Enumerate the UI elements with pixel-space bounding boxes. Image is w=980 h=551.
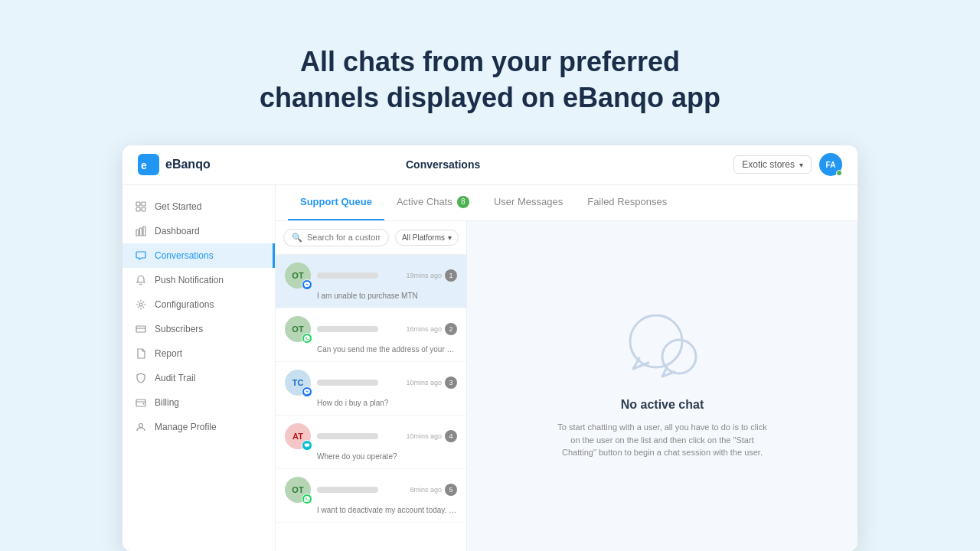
chat-list: 🔍 All Platforms ▾ OT: [276, 221, 467, 551]
tab-failed-responses[interactable]: Failed Responses: [575, 185, 679, 220]
chat-message: Can you send me the address of your offi…: [285, 345, 457, 354]
sidebar-item-audit-trail[interactable]: Audit Trail: [122, 366, 275, 390]
sidebar-item-dashboard[interactable]: Dashboard: [122, 219, 275, 243]
wallet-icon: [135, 396, 147, 409]
content-area: 🔍 All Platforms ▾ OT: [276, 221, 858, 551]
tab-active-chats[interactable]: Active Chats 8: [384, 185, 482, 220]
chat-info: 10mins ago 3: [317, 377, 457, 389]
unread-badge: 3: [445, 377, 457, 389]
sidebar-item-push-notification[interactable]: Push Notification: [122, 268, 275, 292]
logo-text: eBanqo: [165, 158, 211, 171]
sidebar-label: Get Started: [155, 201, 201, 212]
avatar: OT: [285, 477, 311, 503]
chevron-down-icon: ▾: [799, 161, 803, 169]
app-container: e eBanqo Conversations Exotic stores ▾ F…: [122, 145, 858, 551]
chat-item[interactable]: TC 10mins ago 3: [276, 362, 466, 416]
svg-rect-8: [143, 227, 145, 236]
platform-filter[interactable]: All Platforms ▾: [395, 230, 459, 246]
tab-support-queue[interactable]: Support Queue: [288, 185, 384, 220]
online-dot: [836, 170, 842, 176]
user-icon: [135, 421, 147, 433]
chat-info: 19mins ago 1: [317, 269, 457, 282]
search-input[interactable]: [307, 233, 381, 242]
right-panel: No active chat To start chatting with a …: [467, 221, 858, 551]
svg-point-13: [143, 403, 145, 404]
avatar: OT: [285, 316, 311, 342]
chevron-down-icon: ▾: [448, 233, 452, 242]
sidebar-label: Dashboard: [155, 226, 200, 236]
sidebar-item-billing[interactable]: Billing: [122, 390, 275, 415]
sidebar-item-get-started[interactable]: Get Started: [122, 194, 275, 219]
active-chats-badge: 8: [457, 196, 469, 208]
sidebar-item-manage-profile[interactable]: Manage Profile: [122, 415, 275, 439]
sidebar-label: Audit Trail: [155, 373, 195, 383]
store-selector[interactable]: Exotic stores ▾: [733, 155, 812, 174]
chat-info: 8mins ago 5: [317, 484, 457, 496]
hero-section: All chats from your preferred channels d…: [229, 0, 751, 145]
file-icon: [135, 347, 147, 360]
tab-user-messages[interactable]: User Messages: [482, 185, 575, 220]
platform-badge: [302, 386, 312, 397]
avatar: OT: [285, 262, 311, 289]
svg-rect-2: [136, 202, 140, 206]
sidebar-label: Conversations: [155, 250, 214, 261]
chat-info: 10mins ago 4: [317, 430, 457, 442]
sidebar-item-conversations[interactable]: Conversations: [122, 243, 275, 268]
shield-icon: [135, 372, 147, 384]
main-area: Support Queue Active Chats 8 User Messag…: [276, 185, 858, 551]
tabs-bar: Support Queue Active Chats 8 User Messag…: [276, 185, 858, 221]
settings-icon: [135, 298, 147, 311]
svg-rect-12: [136, 399, 145, 406]
chat-message: I am unable to purchase MTN: [285, 292, 457, 300]
chat-item[interactable]: AT 10mins ago 4: [276, 416, 466, 469]
svg-point-14: [139, 423, 143, 427]
sidebar-label: Billing: [155, 397, 179, 408]
credit-card-icon: [135, 323, 147, 335]
page-title: Conversations: [406, 158, 480, 171]
user-avatar[interactable]: FA: [819, 153, 842, 176]
logo-icon: e: [138, 154, 159, 175]
chat-time: 10mins ago: [406, 379, 442, 386]
avatar: AT: [285, 423, 311, 449]
chat-item[interactable]: OT 19mins ago 1: [276, 255, 466, 308]
unread-badge: 5: [445, 484, 457, 496]
sidebar-label: Report: [155, 348, 182, 359]
unread-badge: 4: [445, 430, 457, 442]
sidebar-label: Push Notification: [155, 275, 224, 285]
chat-item[interactable]: OT 8mins ago 5: [276, 469, 466, 523]
chat-time: 8mins ago: [410, 486, 442, 494]
bell-icon: [135, 274, 147, 286]
chat-message: I want to deactivate my account today. H…: [285, 506, 457, 514]
chat-info: 16mins ago 2: [317, 323, 457, 335]
svg-rect-4: [136, 207, 140, 211]
chat-icon: [135, 249, 147, 262]
sidebar-item-report[interactable]: Report: [122, 341, 275, 366]
grid-icon: [135, 201, 147, 213]
unread-badge: 2: [445, 323, 457, 335]
chat-item[interactable]: OT 16mins ago 2: [276, 308, 466, 362]
svg-rect-3: [142, 202, 145, 206]
chat-message: Where do you operate?: [285, 452, 457, 461]
svg-rect-7: [140, 228, 142, 236]
topbar: e eBanqo Conversations Exotic stores ▾ F…: [122, 145, 858, 185]
chat-time: 16mins ago: [406, 325, 442, 333]
platform-badge: [302, 333, 312, 344]
sidebar: Get Started Dashboard Co: [122, 185, 276, 551]
svg-rect-10: [136, 326, 145, 332]
search-box[interactable]: 🔍: [283, 229, 389, 246]
hero-title: All chats from your preferred channels d…: [244, 21, 736, 132]
chat-message: How do i buy a plan?: [285, 399, 457, 407]
unread-badge: 1: [445, 269, 457, 282]
sidebar-item-subscribers[interactable]: Subscribers: [122, 317, 275, 341]
topbar-right: Exotic stores ▾ FA: [733, 153, 842, 176]
svg-rect-5: [142, 207, 145, 211]
search-filter-bar: 🔍 All Platforms ▾: [276, 221, 466, 255]
svg-text:e: e: [141, 159, 147, 171]
no-chat-description: To start chatting with a user, all you h…: [555, 421, 769, 459]
bar-chart-icon: [135, 225, 147, 237]
search-icon: 🔍: [292, 233, 302, 243]
sidebar-item-configurations[interactable]: Configurations: [122, 292, 275, 317]
sidebar-label: Subscribers: [155, 324, 203, 334]
chat-time: 10mins ago: [406, 432, 442, 440]
chat-bubble-illustration: [616, 312, 708, 389]
